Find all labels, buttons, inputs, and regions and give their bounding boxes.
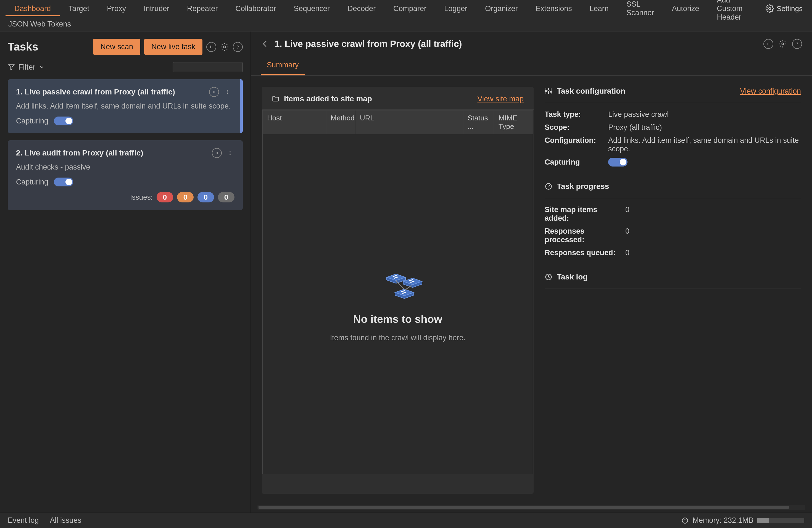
svg-point-12 — [227, 93, 228, 94]
task-pause-button[interactable] — [212, 148, 222, 158]
kv-v-configuration: Add links. Add item itself, same domain … — [608, 136, 801, 153]
table-header: Host Method URL Status ... MIME Type — [263, 111, 533, 134]
svg-point-4 — [237, 48, 238, 48]
kv-v-task-type: Live passive crawl — [608, 110, 801, 119]
kv-k-processed: Responses processed: — [545, 227, 617, 244]
capturing-toggle[interactable] — [54, 117, 73, 126]
pause-icon — [212, 90, 216, 94]
footer-all-issues[interactable]: All issues — [50, 516, 82, 525]
task-title: 2. Live audit from Proxy (all traffic) — [16, 149, 143, 157]
main-area: Tasks New scan New live task Filter — [0, 31, 812, 513]
config-capturing-toggle[interactable] — [608, 158, 627, 166]
back-button[interactable] — [261, 40, 270, 48]
kv-k-task-type: Task type: — [545, 110, 600, 119]
filter-button[interactable]: Filter — [8, 63, 45, 72]
view-configuration-link[interactable]: View configuration — [740, 87, 801, 96]
svg-point-41 — [685, 519, 685, 519]
detail-help-button[interactable] — [792, 39, 802, 49]
footer-event-log[interactable]: Event log — [8, 516, 39, 525]
tab-comparer[interactable]: Comparer — [385, 1, 435, 16]
th-mime[interactable]: MIME Type — [494, 111, 533, 134]
kv-v-added: 0 — [625, 205, 801, 223]
view-site-map-link[interactable]: View site map — [477, 95, 524, 103]
tab-dashboard[interactable]: Dashboard — [5, 1, 60, 16]
subtab-summary[interactable]: Summary — [261, 56, 305, 75]
tasks-settings-button[interactable] — [220, 43, 229, 52]
capturing-label: Capturing — [16, 178, 48, 186]
clock-icon — [545, 273, 552, 281]
sitemap-card: Items added to site map View site map Ho… — [262, 87, 534, 494]
th-host[interactable]: Host — [263, 111, 326, 134]
pause-all-button[interactable] — [206, 42, 216, 52]
sitemap-title: Items added to site map — [284, 94, 372, 103]
issues-row: Issues: 0 0 0 0 — [16, 192, 234, 202]
th-url[interactable]: URL — [356, 111, 463, 134]
capturing-toggle[interactable] — [54, 178, 73, 186]
detail-settings-button[interactable] — [778, 40, 787, 48]
issues-info-badge[interactable]: 0 — [218, 192, 234, 202]
new-live-task-button[interactable]: New live task — [144, 39, 202, 55]
tab-organizer[interactable]: Organizer — [476, 1, 527, 16]
task-desc: Audit checks - passive — [16, 163, 234, 172]
tab-learn[interactable]: Learn — [581, 1, 618, 16]
task-desc: Add links. Add item itself, same domain … — [16, 102, 232, 111]
svg-point-11 — [227, 91, 228, 92]
tab-logger[interactable]: Logger — [435, 1, 476, 16]
th-method[interactable]: Method — [326, 111, 356, 134]
tab-target[interactable]: Target — [60, 1, 98, 16]
tasks-title: Tasks — [8, 41, 38, 53]
kv-v-scope: Proxy (all traffic) — [608, 123, 801, 132]
task-config-section: Task configuration View configuration Ta… — [545, 87, 801, 169]
tab-autorize[interactable]: Autorize — [663, 1, 708, 16]
task-more-button[interactable] — [223, 88, 232, 97]
tasks-search-box[interactable] — [173, 62, 243, 72]
gear-icon — [220, 43, 229, 51]
task-pause-button[interactable] — [209, 87, 219, 97]
th-status[interactable]: Status ... — [463, 111, 494, 134]
task-card-1[interactable]: 1. Live passive crawl from Proxy (all tr… — [8, 79, 243, 133]
task-more-button[interactable] — [226, 149, 234, 157]
gear-icon — [766, 4, 774, 13]
detail-body: Items added to site map View site map Ho… — [251, 76, 812, 505]
memory-label: Memory: 232.1MB — [692, 516, 753, 525]
kv-k-queued: Responses queued: — [545, 249, 617, 257]
detail-subtabs: Summary — [251, 56, 812, 76]
horizontal-scrollbar[interactable] — [257, 505, 806, 510]
tab-decoder[interactable]: Decoder — [338, 1, 385, 16]
task-progress-section: Task progress Site map items added:0 Res… — [545, 182, 801, 259]
issues-low-badge[interactable]: 0 — [198, 192, 214, 202]
issues-medium-badge[interactable]: 0 — [177, 192, 193, 202]
sitemap-table: Host Method URL Status ... MIME Type — [262, 110, 533, 474]
arrow-left-icon — [261, 40, 269, 48]
svg-point-36 — [550, 91, 552, 92]
pause-icon — [215, 151, 219, 155]
folder-icon — [272, 95, 279, 103]
issues-high-badge[interactable]: 0 — [157, 192, 173, 202]
tab-sequencer[interactable]: Sequencer — [285, 1, 338, 16]
tab-collaborator[interactable]: Collaborator — [227, 1, 285, 16]
detail-title: 1. Live passive crawl from Proxy (all tr… — [275, 39, 462, 49]
tab-ssl-scanner[interactable]: SSL Scanner — [618, 0, 663, 20]
detail-pause-button[interactable] — [764, 39, 773, 49]
settings-button[interactable]: Settings — [762, 2, 807, 15]
tab-json-web-tokens[interactable]: JSON Web Tokens — [4, 18, 75, 31]
memory-bar — [757, 518, 804, 523]
tab-extensions[interactable]: Extensions — [527, 1, 581, 16]
gear-icon — [779, 40, 787, 48]
kv-k-added: Site map items added: — [545, 205, 617, 223]
tab-add-custom-header[interactable]: Add Custom Header — [708, 0, 762, 25]
tasks-help-button[interactable] — [233, 42, 243, 52]
tab-repeater[interactable]: Repeater — [178, 1, 227, 16]
task-card-2[interactable]: 2. Live audit from Proxy (all traffic) A… — [8, 140, 243, 210]
tab-intruder[interactable]: Intruder — [135, 1, 178, 16]
gauge-icon — [545, 182, 552, 190]
pause-icon — [766, 42, 770, 46]
new-scan-button[interactable]: New scan — [93, 39, 140, 55]
tasks-search-input[interactable] — [176, 63, 258, 71]
kv-k-configuration: Configuration: — [545, 136, 600, 153]
tab-proxy[interactable]: Proxy — [98, 1, 135, 16]
tasks-panel: Tasks New scan New live task Filter — [0, 31, 251, 513]
kv-v-processed: 0 — [625, 227, 801, 244]
funnel-icon — [8, 63, 15, 71]
more-vertical-icon — [227, 150, 233, 156]
